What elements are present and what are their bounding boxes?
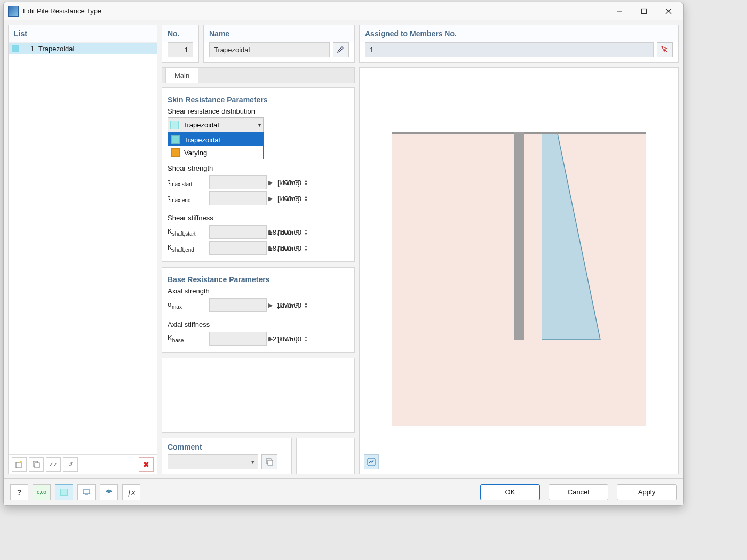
delete-item-button[interactable]: ✖ — [139, 457, 154, 472]
sigma-input[interactable]: ▲▼ — [209, 298, 267, 312]
list-item[interactable]: 1 Trapezoidal — [9, 43, 157, 54]
spin-up-icon[interactable]: ▲ — [304, 335, 308, 339]
spin-up-icon[interactable]: ▲ — [304, 301, 308, 305]
distribution-label: Shear resistance distribution — [168, 107, 349, 115]
view-button[interactable] — [100, 484, 118, 500]
dialog-window: Edit Pile Resistance Type List 1 Trapezo… — [3, 2, 684, 506]
app-icon — [8, 6, 19, 17]
unit-label: [kN/m²] — [277, 179, 300, 187]
formula-button[interactable]: ƒx — [122, 484, 140, 500]
window-controls — [607, 2, 681, 20]
distribution-dropdown[interactable]: Trapezoidal ▾ — [168, 117, 264, 132]
renumber-button[interactable]: ↺ — [63, 457, 78, 472]
tau-start-input[interactable]: ▲▼ — [209, 175, 267, 189]
svg-rect-4 — [16, 462, 21, 468]
spin-up-icon[interactable]: ▲ — [304, 228, 308, 232]
apply-button[interactable]: Apply — [617, 484, 677, 500]
pick-members-button[interactable] — [657, 42, 673, 57]
distribution-dropdown-list: Trapezoidal Varying — [168, 132, 264, 159]
unit-label: [kN/m²] — [277, 301, 300, 309]
preview-panel — [359, 67, 679, 474]
expand-icon[interactable]: ▶ — [267, 195, 274, 202]
close-button[interactable] — [656, 2, 681, 20]
unit-label: [kN/m²] — [277, 244, 300, 252]
window-title: Edit Pile Resistance Type — [23, 7, 101, 15]
tau-end-label: τmax,end — [168, 194, 209, 203]
base-resistance-panel: Base Resistance Parameters Axial strengt… — [162, 267, 355, 353]
distribution-option-trapezoidal[interactable]: Trapezoidal — [168, 133, 263, 146]
chevron-down-icon: ▾ — [258, 122, 261, 128]
distribution-swatch-icon — [170, 121, 179, 129]
help-button[interactable]: ? — [10, 484, 28, 500]
name-field[interactable]: Trapezoidal — [209, 42, 330, 57]
comment-combo[interactable]: ▾ — [168, 454, 258, 469]
spin-up-icon[interactable]: ▲ — [304, 244, 308, 248]
kshaft-start-label: Kshaft,start — [168, 227, 209, 237]
spin-down-icon[interactable]: ▼ — [304, 339, 308, 342]
shear-strength-heading: Shear strength — [168, 164, 349, 172]
expand-icon[interactable]: ▶ — [267, 335, 274, 342]
kbase-input[interactable]: ▲▼ — [209, 332, 267, 346]
units-button[interactable]: 0,00 — [33, 484, 51, 500]
sigma-label: σmax — [168, 300, 209, 310]
axial-strength-heading: Axial strength — [168, 287, 349, 295]
svg-rect-7 — [35, 463, 39, 468]
svg-point-5 — [20, 461, 22, 463]
svg-rect-12 — [83, 490, 90, 494]
comment-library-button[interactable] — [261, 454, 277, 469]
kshaft-end-label: Kshaft,end — [168, 243, 209, 253]
number-field[interactable]: 1 — [168, 42, 193, 57]
pile-graphic — [514, 132, 524, 340]
assigned-field[interactable]: 1 — [365, 42, 654, 57]
svg-rect-9 — [268, 460, 273, 465]
maximize-button[interactable] — [632, 2, 656, 20]
new-item-button[interactable] — [12, 457, 27, 472]
copy-item-button[interactable] — [29, 457, 44, 472]
spin-down-icon[interactable]: ▼ — [304, 248, 308, 252]
tau-start-label: τmax,start — [168, 178, 209, 187]
kbase-label: Kbase — [168, 334, 209, 343]
spin-down-icon[interactable]: ▼ — [304, 182, 308, 186]
kshaft-start-input[interactable]: ▲▼ — [209, 225, 267, 239]
option-swatch-icon — [171, 148, 180, 157]
name-panel: Name Trapezoidal — [203, 25, 355, 63]
spin-up-icon[interactable]: ▲ — [304, 179, 308, 182]
minimize-button[interactable] — [607, 2, 632, 20]
tau-end-input[interactable]: ▲▼ — [209, 191, 267, 205]
preview-settings-button[interactable] — [364, 454, 379, 469]
svg-rect-1 — [642, 9, 647, 13]
tab-main[interactable]: Main — [165, 68, 198, 83]
spin-down-icon[interactable]: ▼ — [304, 232, 308, 236]
shear-stiffness-heading: Shear stiffness — [168, 214, 349, 222]
dialog-body: List 1 Trapezoidal ✓✓ ↺ — [4, 20, 683, 478]
cancel-button[interactable]: Cancel — [549, 484, 608, 500]
dialog-footer: ? 0,00 ƒx OK Cancel Apply — [4, 478, 683, 505]
assigned-label: Assigned to Members No. — [360, 25, 678, 42]
list-area[interactable]: 1 Trapezoidal — [9, 43, 157, 454]
display-settings-button[interactable] — [77, 484, 96, 500]
distribution-option-varying[interactable]: Varying — [168, 146, 263, 159]
spin-down-icon[interactable]: ▼ — [304, 198, 308, 202]
assigned-value: 1 — [370, 46, 374, 54]
spin-up-icon[interactable]: ▲ — [304, 195, 308, 198]
units-label: 0,00 — [37, 490, 46, 495]
unit-label: [kN/m] — [277, 335, 298, 343]
spin-down-icon[interactable]: ▼ — [304, 305, 308, 309]
base-heading: Base Resistance Parameters — [168, 275, 349, 284]
expand-icon[interactable]: ▶ — [267, 229, 274, 236]
expand-icon[interactable]: ▶ — [267, 179, 274, 186]
color-toggle-button[interactable] — [55, 484, 73, 500]
list-item-label: Trapezoidal — [38, 45, 74, 53]
expand-icon[interactable]: ▶ — [267, 245, 274, 252]
comment-aux-panel — [296, 438, 355, 474]
fx-label: ƒx — [128, 488, 136, 497]
skin-resistance-panel: Skin Resistance Parameters Shear resista… — [162, 87, 355, 262]
list-item-number: 1 — [23, 45, 34, 53]
edit-name-button[interactable] — [333, 42, 349, 57]
color-swatch-icon — [60, 489, 68, 496]
check-sort-button[interactable]: ✓✓ — [46, 457, 61, 472]
expand-icon[interactable]: ▶ — [267, 302, 274, 309]
ok-button[interactable]: OK — [480, 484, 540, 500]
list-item-swatch-icon — [12, 45, 19, 52]
kshaft-end-input[interactable]: ▲▼ — [209, 241, 267, 255]
